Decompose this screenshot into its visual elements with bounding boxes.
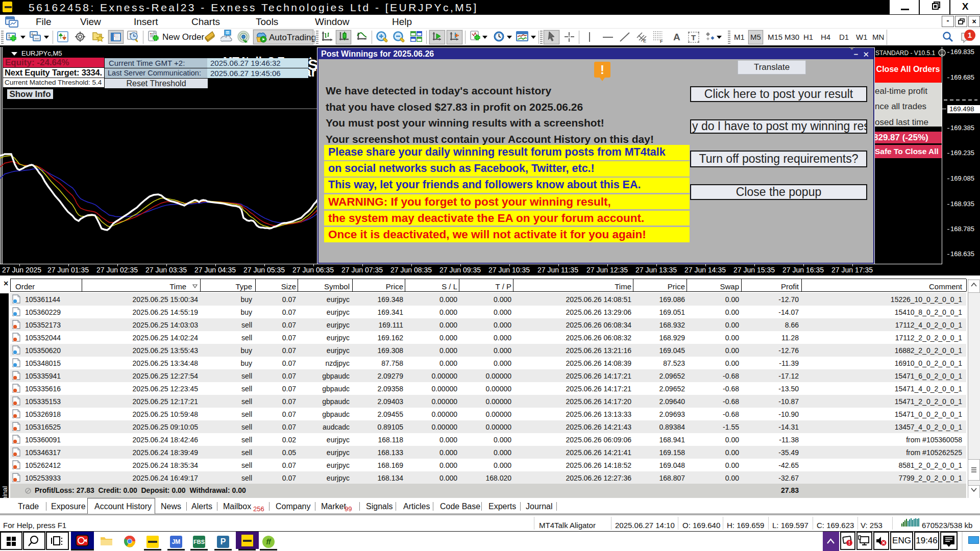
svg-text:E: E [643,38,646,43]
svg-text:!: ! [600,63,604,77]
svg-text:F: F [660,39,663,43]
svg-text:T: T [691,33,696,42]
svg-text:!: ! [848,540,850,546]
